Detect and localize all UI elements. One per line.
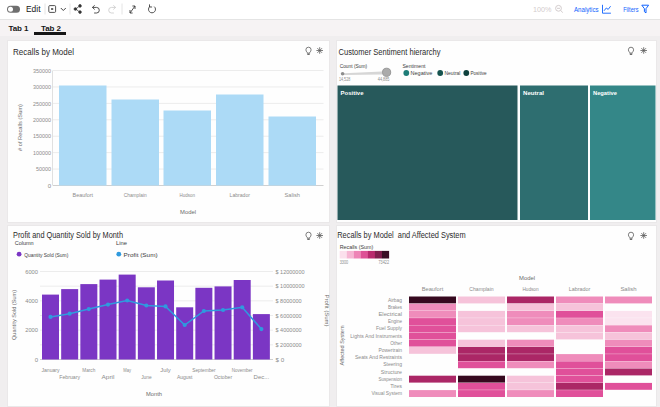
svg-text:Model: Model — [180, 208, 196, 215]
svg-text:Brakes: Brakes — [387, 303, 401, 309]
svg-text:Line: Line — [116, 240, 127, 246]
svg-text:Positive: Positive — [470, 70, 487, 76]
svg-text:Champlain: Champlain — [124, 192, 147, 198]
svg-text:Visual System: Visual System — [371, 390, 402, 396]
svg-text:Recalls by Model: Recalls by Model — [13, 46, 74, 56]
svg-text:Positive: Positive — [340, 89, 364, 95]
svg-text:0: 0 — [48, 182, 52, 188]
svg-text:Column: Column — [15, 240, 34, 246]
svg-text:Suspension: Suspension — [378, 375, 402, 381]
svg-text:Beaufort: Beaufort — [421, 285, 443, 291]
svg-text:Neutral: Neutral — [444, 70, 460, 76]
svg-text:Other: Other — [390, 339, 402, 345]
svg-text:Lights And Instruments: Lights And Instruments — [350, 332, 402, 338]
svg-text:Negative: Negative — [593, 89, 618, 95]
svg-text:Hudson: Hudson — [522, 285, 538, 291]
svg-text:200000: 200000 — [33, 116, 52, 122]
svg-text:Filters: Filters — [623, 5, 638, 14]
svg-text:$ 4000000: $ 4000000 — [276, 327, 303, 333]
svg-text:September: September — [192, 367, 215, 373]
svg-text:Sentiment: Sentiment — [402, 62, 425, 68]
svg-text:Profit (Sum): Profit (Sum) — [324, 294, 330, 326]
svg-text:$ 10000000: $ 10000000 — [276, 283, 306, 289]
svg-text:Powertrain: Powertrain — [378, 347, 402, 353]
svg-text:6000: 6000 — [25, 268, 38, 274]
svg-text:May: May — [123, 367, 131, 373]
svg-text:October: October — [214, 373, 232, 379]
svg-text:Recalls by Model and Affected: Recalls by Model and Affected System — [337, 230, 466, 240]
svg-text:February: February — [59, 373, 80, 379]
svg-text:January: January — [41, 367, 59, 373]
svg-text:Month: Month — [146, 390, 163, 397]
svg-text:Beaufort: Beaufort — [73, 192, 94, 198]
svg-text:$ 2000000: $ 2000000 — [276, 342, 303, 348]
svg-text:2000: 2000 — [25, 327, 38, 333]
svg-text:Analytics: Analytics — [574, 5, 599, 14]
svg-text:Profit (Sum): Profit (Sum) — [124, 251, 158, 257]
svg-text:Dec...: Dec... — [254, 373, 270, 379]
svg-text:$ 6000000: $ 6000000 — [276, 312, 303, 318]
svg-text:3300: 3300 — [339, 258, 348, 264]
svg-text:Quantity Sold (Sum): Quantity Sold (Sum) — [11, 290, 17, 340]
svg-text:Steering: Steering — [383, 361, 402, 367]
svg-text:$ 8000000: $ 8000000 — [276, 298, 303, 304]
svg-text:Structure: Structure — [380, 368, 401, 374]
svg-text:Labrador: Labrador — [568, 285, 590, 291]
svg-text:April: April — [102, 373, 115, 379]
svg-text:Affected System: Affected System — [338, 325, 344, 365]
svg-text:# of Recalls (Sum): # of Recalls (Sum) — [17, 104, 23, 151]
svg-text:73422: 73422 — [378, 258, 389, 264]
svg-text:100000: 100000 — [33, 149, 52, 155]
svg-text:Salish: Salish — [285, 192, 300, 198]
svg-text:Hudson: Hudson — [180, 192, 195, 198]
svg-text:Airbag: Airbag — [387, 296, 401, 302]
svg-text:November: November — [232, 367, 253, 373]
svg-text:50000: 50000 — [36, 166, 52, 172]
svg-text:Seats And Restraints: Seats And Restraints — [355, 354, 402, 360]
svg-text:4000: 4000 — [25, 298, 38, 304]
svg-text:$ 0: $ 0 — [276, 356, 285, 362]
svg-text:Labrador: Labrador — [230, 192, 250, 198]
svg-text:Salish: Salish — [620, 285, 636, 291]
svg-text:100%: 100% — [533, 5, 552, 14]
svg-text:Neutral: Neutral — [523, 89, 544, 95]
svg-text:250000: 250000 — [33, 100, 52, 106]
svg-text:Tires: Tires — [390, 383, 402, 389]
svg-text:Negative: Negative — [410, 70, 432, 76]
svg-text:June: June — [141, 373, 152, 379]
svg-text:350000: 350000 — [33, 67, 52, 73]
svg-text:August: August — [177, 373, 193, 379]
svg-text:March: March — [82, 367, 95, 373]
svg-text:Electrical: Electrical — [378, 311, 402, 317]
svg-text:300000: 300000 — [33, 84, 52, 90]
svg-text:Quantity Sold (Sum): Quantity Sold (Sum) — [24, 251, 68, 257]
svg-text:Customer Sentiment hierarchy: Customer Sentiment hierarchy — [338, 46, 441, 56]
svg-text:150000: 150000 — [33, 133, 52, 139]
svg-text:Profit and Quantity Sold by Mo: Profit and Quantity Sold by Month — [13, 230, 123, 240]
svg-text:Edit: Edit — [26, 4, 41, 14]
svg-text:Champlain: Champlain — [469, 285, 493, 291]
svg-text:Count (Sum): Count (Sum) — [339, 62, 366, 68]
svg-text:0: 0 — [35, 356, 39, 362]
svg-text:July: July — [160, 367, 170, 373]
svg-text:14,528: 14,528 — [339, 76, 350, 82]
svg-text:$ 12000000: $ 12000000 — [276, 268, 306, 274]
svg-text:Fuel Supply: Fuel Supply — [376, 325, 402, 331]
svg-text:Engine: Engine — [387, 318, 401, 324]
svg-text:Model: Model — [519, 273, 535, 280]
svg-text:Recalls (Sum): Recalls (Sum) — [339, 244, 373, 250]
svg-text:44,885: 44,885 — [377, 76, 389, 82]
